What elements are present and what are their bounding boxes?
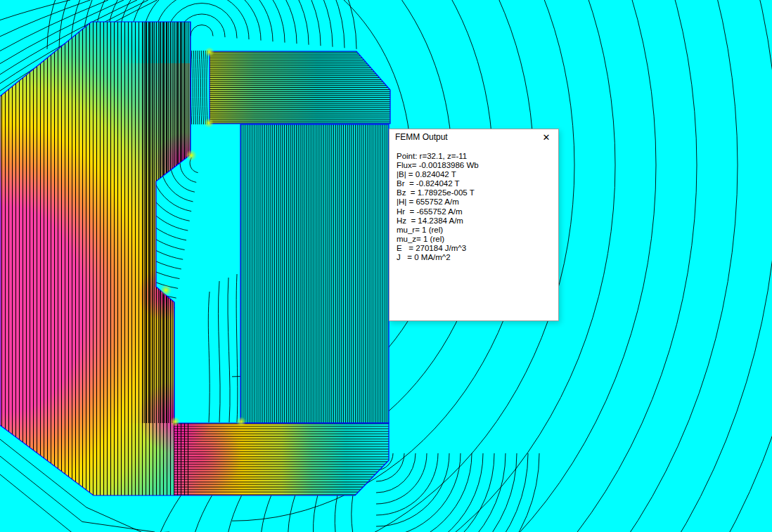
close-icon[interactable]: ✕ bbox=[534, 129, 558, 145]
readout-line: mu_z= 1 (rel) bbox=[397, 235, 558, 244]
output-readout: Point: r=32.1, z=-11 Flux= -0.00183986 W… bbox=[390, 145, 558, 320]
femm-output-dialog: FEMM Output ✕ Point: r=32.1, z=-11 Flux=… bbox=[389, 129, 559, 321]
femm-magnetics-view: FEMM Output ✕ Point: r=32.1, z=-11 Flux=… bbox=[0, 0, 772, 532]
readout-line: mu_r= 1 (rel) bbox=[397, 226, 558, 235]
readout-line: |B| = 0.824042 T bbox=[397, 170, 558, 179]
readout-line: E = 270184 J/m^3 bbox=[397, 244, 558, 253]
magnet-region bbox=[210, 51, 390, 124]
coil-region bbox=[240, 124, 389, 423]
readout-line: Hr = -655752 A/m bbox=[397, 207, 558, 216]
dialog-titlebar[interactable]: FEMM Output ✕ bbox=[390, 129, 558, 145]
readout-line: Bz = 1.78925e-005 T bbox=[397, 188, 558, 197]
readout-line: Br = -0.824042 T bbox=[397, 179, 558, 188]
readout-line: Flux= -0.00183986 Wb bbox=[397, 161, 558, 170]
readout-line: Point: r=32.1, z=-11 bbox=[397, 152, 558, 161]
dialog-title: FEMM Output bbox=[390, 132, 448, 142]
readout-line: Hz = 14.2384 A/m bbox=[397, 216, 558, 226]
field-plot[interactable] bbox=[0, 0, 772, 532]
readout-line: J = 0 MA/m^2 bbox=[397, 253, 558, 262]
readout-line: |H| = 655752 A/m bbox=[397, 197, 558, 207]
